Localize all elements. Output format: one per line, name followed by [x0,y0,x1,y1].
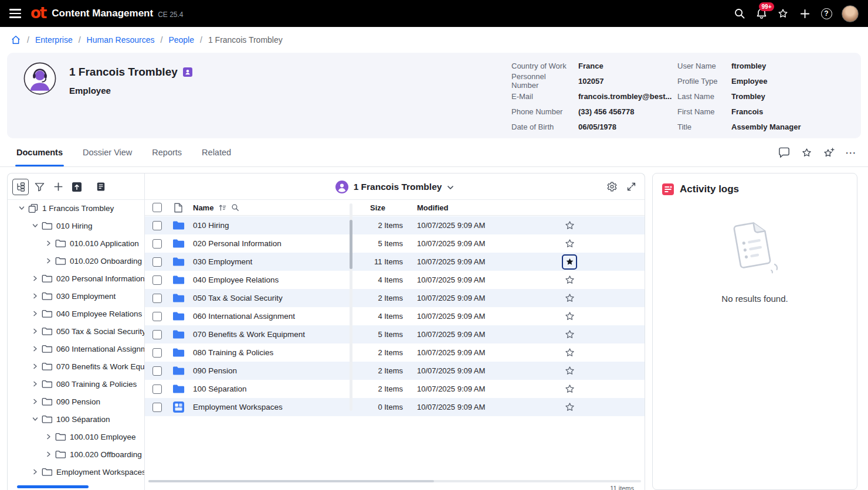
table-row[interactable]: 070 Benefits & Work Equipment5 Items10/0… [145,325,645,343]
settings-icon[interactable] [606,181,618,192]
chevron-down-icon[interactable] [17,203,26,213]
home-icon[interactable] [11,35,21,45]
add-icon[interactable] [798,6,812,21]
chevron-right-icon[interactable] [30,344,40,353]
chevron-right-icon[interactable] [30,379,40,389]
notifications-icon[interactable]: 99+ [754,6,768,21]
star-toggle[interactable] [562,273,577,288]
select-all-checkbox[interactable] [152,203,162,212]
list-header[interactable]: 1 Francois Trombley [145,173,645,200]
tree-item[interactable]: 020 Personal Information [8,270,144,287]
row-name[interactable]: 080 Training & Policies [193,348,333,357]
tab-documents[interactable]: Documents [15,139,64,166]
table-row[interactable]: 090 Pension2 Items10/07/2025 9:09 AM [145,362,645,380]
tab-reports[interactable]: Reports [151,139,183,166]
chevron-right-icon[interactable] [30,362,40,371]
row-checkbox[interactable] [152,348,162,358]
chevron-right-icon[interactable] [30,397,40,406]
frozen-column-scrollbar[interactable] [350,203,352,411]
column-search-icon[interactable] [231,203,239,212]
table-row[interactable]: 030 Employment11 Items10/07/2025 9:09 AM [145,253,645,271]
tree-item[interactable]: Employment Workspaces [8,463,144,481]
chevron-down-icon[interactable] [30,221,40,230]
row-checkbox[interactable] [152,384,162,394]
table-row[interactable]: Employment Workspaces0 Items10/07/2025 9… [145,398,645,416]
expand-icon[interactable] [626,182,636,192]
row-checkbox[interactable] [152,221,162,230]
star-toggle[interactable] [562,363,577,379]
chevron-right-icon[interactable] [44,450,53,459]
tree-horizontal-scrollbar[interactable] [17,485,89,488]
favorites-icon[interactable] [776,6,790,21]
user-avatar[interactable] [842,5,859,22]
tree-item[interactable]: 1 Francois Trombley [8,199,144,217]
row-checkbox[interactable] [152,403,162,412]
breadcrumb-item[interactable]: Human Resources [87,35,155,45]
chevron-right-icon[interactable] [44,256,53,266]
tab-dossier-view[interactable]: Dossier View [82,139,133,166]
tree-item[interactable]: 100.020 Offboarding [8,445,144,463]
row-name[interactable]: 020 Personal Information [193,239,333,248]
tab-related[interactable]: Related [201,139,232,166]
help-icon[interactable] [819,6,833,21]
table-row[interactable]: 060 International Assignment4 Items10/07… [145,307,645,325]
chevron-down-icon[interactable] [30,414,40,424]
row-name[interactable]: 050 Tax & Social Security [193,294,333,302]
comment-icon[interactable] [778,147,791,158]
row-name[interactable]: 090 Pension [193,366,333,375]
tree-item[interactable]: 080 Training & Policies [8,375,144,393]
star-toggle[interactable] [562,236,577,251]
row-name[interactable]: 010 Hiring [193,221,333,230]
column-modified[interactable]: Modified [417,203,448,212]
tree-item[interactable]: 030 Employment [8,287,144,305]
star-toggle[interactable] [562,309,577,324]
row-name[interactable]: Employment Workspaces [193,403,333,411]
column-name[interactable]: Name [193,203,239,212]
tree-item[interactable]: 070 Benefits & Work Equipment [8,358,144,375]
row-name[interactable]: 040 Employee Relations [193,275,333,284]
menu-icon[interactable] [9,6,22,20]
row-checkbox[interactable] [152,294,162,303]
chevron-right-icon[interactable] [30,274,40,283]
table-row[interactable]: 010 Hiring2 Items10/07/2025 9:09 AM [145,216,645,234]
tree-item[interactable]: 090 Pension [8,393,144,410]
sort-ascending-icon[interactable] [218,203,226,212]
star-toggle[interactable] [562,254,577,270]
chevron-right-icon[interactable] [44,432,53,441]
horizontal-scrollbar[interactable] [148,480,641,482]
tree-item[interactable]: 100.010 Employee [8,428,144,445]
search-icon[interactable] [733,6,747,21]
table-row[interactable]: 080 Training & Policies2 Items10/07/2025… [145,343,645,362]
column-size[interactable]: Size [370,203,385,212]
more-options-icon[interactable]: ⋯ [845,146,857,159]
row-name[interactable]: 100 Séparation [193,384,333,393]
row-name[interactable]: 060 International Assignment [193,312,333,321]
table-row[interactable]: 100 Séparation2 Items10/07/2025 9:09 AM [145,380,645,398]
chevron-down-icon[interactable] [447,184,454,191]
tree-item[interactable]: 060 International Assignment [8,340,144,358]
star-toggle[interactable] [562,218,577,233]
tree-item[interactable]: 010 Hiring [8,217,144,234]
chevron-right-icon[interactable] [30,326,40,336]
tree-item[interactable]: 010.020 Onboarding [8,252,144,270]
chevron-right-icon[interactable] [30,291,40,301]
row-checkbox[interactable] [152,366,162,376]
row-name[interactable]: 070 Benefits & Work Equipment [193,330,333,339]
file-type-column-icon[interactable] [172,203,185,213]
table-row[interactable]: 040 Employee Relations4 Items10/07/2025 … [145,271,645,289]
table-row[interactable]: 020 Personal Information5 Items10/07/202… [145,234,645,253]
row-checkbox[interactable] [152,275,162,285]
row-name[interactable]: 030 Employment [193,257,333,266]
row-checkbox[interactable] [152,330,162,339]
star-toggle[interactable] [562,345,577,360]
tree-item[interactable]: 100 Séparation [8,410,144,428]
tree-item[interactable]: 040 Employee Relations [8,305,144,322]
star-toggle[interactable] [562,382,577,397]
tree-item[interactable]: 050 Tax & Social Security [8,322,144,340]
star-add-icon[interactable] [822,147,835,159]
star-toggle[interactable] [562,327,577,342]
breadcrumb-item[interactable]: Enterprise [35,35,73,45]
row-checkbox[interactable] [152,257,162,267]
row-checkbox[interactable] [152,312,162,321]
star-icon[interactable] [800,147,813,158]
